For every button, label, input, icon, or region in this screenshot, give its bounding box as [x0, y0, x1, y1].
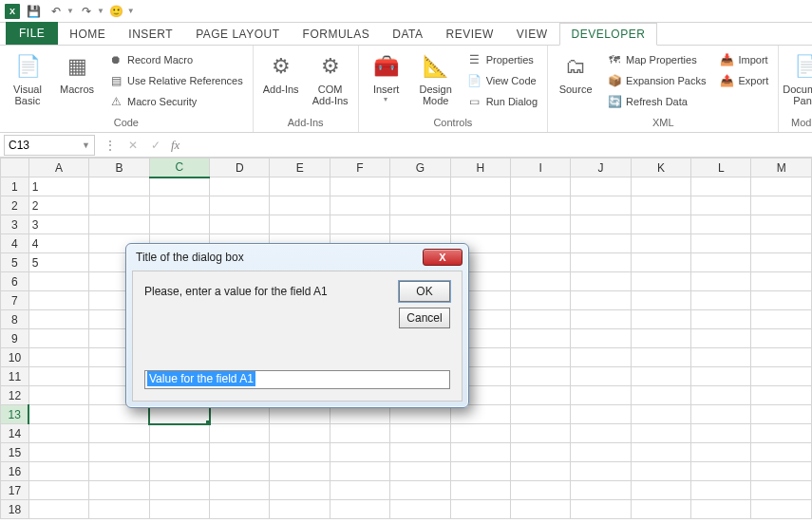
use-relative-button[interactable]: ▤Use Relative References — [104, 70, 247, 91]
cell-D17[interactable] — [210, 481, 270, 500]
cell-E1[interactable] — [270, 177, 330, 196]
formula-input[interactable] — [183, 135, 812, 156]
cell-L3[interactable] — [691, 215, 751, 234]
row-header-14[interactable]: 14 — [1, 424, 29, 443]
cell-A13[interactable] — [28, 405, 88, 424]
row-header-2[interactable]: 2 — [1, 196, 29, 215]
cell-J4[interactable] — [571, 234, 631, 253]
redo-dropdown-icon[interactable]: ▼ — [97, 7, 104, 15]
cell-I1[interactable] — [511, 177, 571, 196]
cell-H18[interactable] — [450, 500, 510, 519]
dialog-ok-button[interactable]: OK — [399, 281, 450, 302]
cell-I18[interactable] — [511, 500, 571, 519]
cell-K3[interactable] — [631, 215, 690, 234]
cell-L13[interactable] — [691, 405, 751, 424]
cell-G3[interactable] — [390, 215, 450, 234]
cell-H3[interactable] — [450, 215, 510, 234]
cell-J14[interactable] — [571, 424, 631, 443]
cell-M15[interactable] — [751, 443, 812, 462]
undo-icon[interactable]: ↶ — [46, 1, 66, 22]
row-header-9[interactable]: 9 — [1, 329, 29, 348]
row-header-17[interactable]: 17 — [1, 481, 29, 500]
row-header-3[interactable]: 3 — [1, 215, 29, 234]
export-button[interactable]: 📤Export — [715, 70, 772, 91]
tab-home[interactable]: HOME — [58, 24, 117, 45]
cell-I15[interactable] — [511, 443, 571, 462]
cell-A8[interactable] — [28, 310, 88, 329]
row-header-13[interactable]: 13 — [1, 405, 29, 424]
cell-I10[interactable] — [511, 348, 571, 367]
cell-E15[interactable] — [270, 443, 330, 462]
cell-A1[interactable]: 1 — [28, 177, 88, 196]
macros-button[interactable]: ▦Macros — [55, 49, 99, 115]
cell-B16[interactable] — [89, 462, 149, 481]
enter-formula-icon[interactable]: ✓ — [144, 139, 167, 152]
cell-A3[interactable]: 3 — [28, 215, 88, 234]
cell-I3[interactable] — [511, 215, 571, 234]
cell-K4[interactable] — [631, 234, 690, 253]
cell-F1[interactable] — [330, 177, 389, 196]
row-header-15[interactable]: 15 — [1, 443, 29, 462]
cell-K5[interactable] — [631, 253, 690, 272]
cell-E2[interactable] — [270, 196, 330, 215]
cell-A16[interactable] — [28, 462, 88, 481]
row-header-7[interactable]: 7 — [1, 291, 29, 310]
cell-H1[interactable] — [450, 177, 510, 196]
tab-page-layout[interactable]: PAGE LAYOUT — [184, 24, 291, 45]
cell-L6[interactable] — [691, 272, 751, 291]
cell-K2[interactable] — [631, 196, 690, 215]
cell-M9[interactable] — [751, 329, 812, 348]
refresh-data-button[interactable]: 🔄Refresh Data — [603, 91, 709, 112]
cell-J8[interactable] — [571, 310, 631, 329]
cell-E18[interactable] — [270, 500, 330, 519]
column-header-I[interactable]: I — [511, 159, 571, 177]
cell-J12[interactable] — [571, 386, 631, 405]
cell-B1[interactable] — [89, 177, 149, 196]
cell-G2[interactable] — [390, 196, 450, 215]
cell-B17[interactable] — [89, 481, 149, 500]
cell-I12[interactable] — [511, 386, 571, 405]
cell-K9[interactable] — [631, 329, 690, 348]
save-icon[interactable]: 💾 — [23, 1, 44, 22]
cell-J6[interactable] — [571, 272, 631, 291]
tab-formulas[interactable]: FORMULAS — [292, 24, 382, 45]
redo-icon[interactable]: ↷ — [76, 1, 97, 22]
tab-insert[interactable]: INSERT — [117, 24, 184, 45]
cell-I4[interactable] — [511, 234, 571, 253]
dialog-close-button[interactable]: X — [423, 249, 463, 266]
cell-L12[interactable] — [691, 386, 751, 405]
cell-J2[interactable] — [571, 196, 631, 215]
cell-J11[interactable] — [571, 367, 631, 386]
cell-K18[interactable] — [631, 500, 690, 519]
cell-A17[interactable] — [28, 481, 88, 500]
tab-review[interactable]: REVIEW — [434, 24, 504, 45]
cell-F18[interactable] — [330, 500, 389, 519]
cell-I2[interactable] — [511, 196, 571, 215]
cell-J18[interactable] — [571, 500, 631, 519]
column-header-B[interactable]: B — [89, 159, 149, 177]
cell-M3[interactable] — [751, 215, 812, 234]
cell-J16[interactable] — [571, 462, 631, 481]
cell-C15[interactable] — [149, 443, 209, 462]
cell-K7[interactable] — [631, 291, 690, 310]
cell-L10[interactable] — [691, 348, 751, 367]
cell-F3[interactable] — [330, 215, 389, 234]
cell-B15[interactable] — [89, 443, 149, 462]
undo-dropdown-icon[interactable]: ▼ — [66, 7, 74, 15]
dialog-input[interactable]: Value for the field A1 — [144, 370, 450, 389]
source-button[interactable]: 🗂Source — [554, 49, 597, 115]
tab-developer[interactable]: DEVELOPER — [559, 23, 658, 46]
cell-I6[interactable] — [511, 272, 571, 291]
cell-I17[interactable] — [511, 481, 571, 500]
column-header-H[interactable]: H — [450, 159, 510, 177]
cell-A11[interactable] — [28, 367, 88, 386]
cell-J7[interactable] — [571, 291, 631, 310]
cell-D3[interactable] — [210, 215, 270, 234]
cell-L14[interactable] — [691, 424, 751, 443]
cell-C18[interactable] — [149, 500, 209, 519]
cell-C17[interactable] — [149, 481, 209, 500]
cell-J1[interactable] — [571, 177, 631, 196]
cell-G1[interactable] — [390, 177, 450, 196]
cell-K16[interactable] — [631, 462, 690, 481]
cell-L2[interactable] — [691, 196, 751, 215]
